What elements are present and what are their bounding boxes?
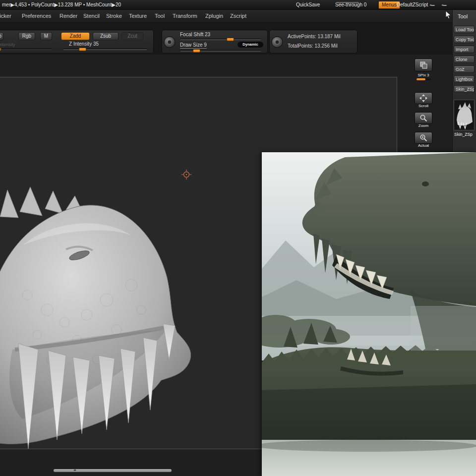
dock-handle-icon[interactable]: ◂▬ xyxy=(441,3,447,7)
brush-size-panel: Focal Shift 23 Draw Size 9 Dynamic xyxy=(162,30,268,54)
menu-item-tool[interactable]: Tool xyxy=(155,13,165,19)
zoomstrip: SPix 3 Scroll Zoom Actual xyxy=(415,58,434,152)
current-tool-label: Skin_ZSp xyxy=(453,130,476,137)
menu-item-zplugin[interactable]: Zplugin xyxy=(205,13,223,19)
draw-size-track[interactable] xyxy=(180,50,261,52)
zsub-button[interactable]: Zsub xyxy=(93,32,119,40)
reference-photo xyxy=(262,152,476,476)
quicksave-button[interactable]: QuickSave xyxy=(296,2,320,7)
tool-panel-title: Tool xyxy=(453,10,468,23)
draw-size-slider[interactable]: Draw Size 9 xyxy=(180,42,207,49)
scroll-button[interactable] xyxy=(415,92,432,104)
menu-item-render[interactable]: Render xyxy=(60,13,77,19)
menu-item-preferences[interactable]: Preferences xyxy=(22,13,51,19)
mrgb-button[interactable]: b xyxy=(0,32,3,40)
lightbox-button[interactable]: Lightbox xyxy=(454,75,475,83)
draw-pointer-icon xyxy=(271,36,284,49)
spix-label: SPix 3 xyxy=(415,73,432,77)
see-through-track[interactable] xyxy=(336,2,359,3)
menu-item-texture[interactable]: Texture xyxy=(129,13,147,19)
toolbar: b Rgb M Zadd Zsub Zcut Intensity Z Inten… xyxy=(0,23,452,55)
sculpt-model xyxy=(0,186,206,476)
slider-handle[interactable] xyxy=(0,48,1,51)
z-intensity-slider[interactable]: Z Intensity 35 xyxy=(69,41,99,47)
menu-item-stencil[interactable]: Stencil xyxy=(83,13,100,19)
dock-handle-icon[interactable]: ◂▬ xyxy=(429,3,435,7)
brush-cursor xyxy=(181,170,191,179)
current-tool-button[interactable]: Skin_ZSp xyxy=(454,85,475,93)
scroll-label: Scroll xyxy=(415,104,432,108)
scrollbar-arrows-icon[interactable]: ◂▸ xyxy=(73,468,76,472)
brush-preview-icon xyxy=(163,36,176,49)
dynamic-toggle[interactable]: Dynamic xyxy=(238,42,263,48)
canvas-h-scrollbar[interactable]: ◂▸ xyxy=(54,469,172,472)
menu-item-stroke[interactable]: Stroke xyxy=(106,13,122,19)
slider-handle[interactable] xyxy=(227,38,234,41)
reference-image[interactable] xyxy=(262,152,476,476)
zoom-button[interactable] xyxy=(415,112,432,124)
draw-mode-panel: b Rgb M Zadd Zsub Zcut Intensity Z Inten… xyxy=(0,30,154,54)
titlebar: mer▶4,453 • PolyCount▶13.228 MP • MeshCo… xyxy=(0,0,476,10)
spix-button[interactable] xyxy=(415,59,432,71)
actual-size-icon xyxy=(419,134,427,142)
menubar: Picker Preferences Render Stencil Stroke… xyxy=(0,10,452,23)
copy-tool-button[interactable]: Copy Tool xyxy=(454,36,475,43)
tool-thumbnail-icon xyxy=(454,100,474,130)
rgb-intensity-track[interactable] xyxy=(0,49,52,50)
focal-shift-track[interactable] xyxy=(180,39,261,40)
menu-item-transform[interactable]: Transform xyxy=(173,13,197,19)
cursor-icon xyxy=(445,11,452,21)
zadd-button[interactable]: Zadd xyxy=(61,32,90,40)
menu-item-picker[interactable]: Picker xyxy=(0,13,11,19)
slider-handle[interactable] xyxy=(193,49,200,53)
tool-thumbnail[interactable] xyxy=(454,100,475,130)
load-tool-button[interactable]: Load Tool xyxy=(454,26,475,33)
zbrush-app: mer▶4,453 • PolyCount▶13.228 MP • MeshCo… xyxy=(0,0,476,476)
layers-icon xyxy=(419,61,427,69)
active-points-stat: ActivePoints: 13.187 Mil xyxy=(288,34,341,39)
goz-button[interactable]: GoZ xyxy=(454,65,475,73)
spix-slider[interactable] xyxy=(416,78,431,80)
z-intensity-track[interactable] xyxy=(63,49,147,50)
actual-label: Actual xyxy=(415,143,432,148)
actual-button[interactable] xyxy=(415,132,432,144)
clone-button[interactable]: Clone xyxy=(454,56,475,63)
zcut-button[interactable]: Zcut xyxy=(121,32,143,40)
slider-handle[interactable] xyxy=(79,48,86,51)
import-button[interactable]: Import xyxy=(454,46,475,53)
total-points-stat: TotalPoints: 13.256 Mil xyxy=(288,43,338,49)
rgb-button[interactable]: Rgb xyxy=(18,32,35,40)
magnifier-icon xyxy=(419,114,427,122)
m-button[interactable]: M xyxy=(40,32,52,40)
stats-panel: ActivePoints: 13.187 Mil TotalPoints: 13… xyxy=(269,30,357,54)
default-zscript-button[interactable]: DefaultZScript xyxy=(397,2,428,7)
rgb-intensity-slider[interactable]: Intensity xyxy=(0,42,15,47)
focal-shift-slider[interactable]: Focal Shift 23 xyxy=(180,32,210,37)
titlebar-stats: mer▶4,453 • PolyCount▶13.228 MP • MeshCo… xyxy=(2,2,121,7)
menu-item-zscript[interactable]: Zscript xyxy=(230,13,246,19)
pan-arrows-icon xyxy=(419,94,427,102)
zoom-label: Zoom xyxy=(415,123,432,128)
